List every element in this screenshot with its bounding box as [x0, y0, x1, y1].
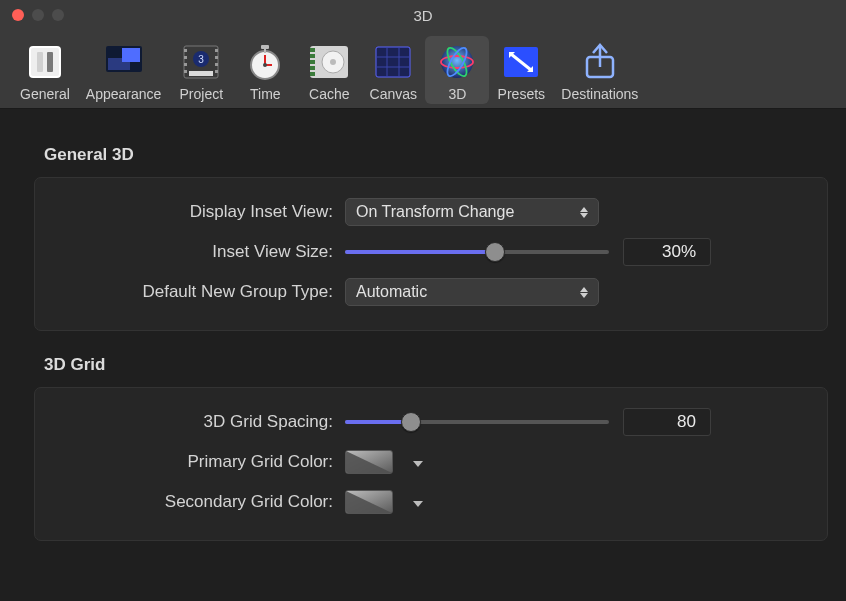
svg-rect-11 [184, 70, 187, 73]
tab-label: Presets [498, 86, 545, 102]
svg-rect-13 [215, 56, 218, 59]
svg-point-32 [330, 59, 336, 65]
time-icon [241, 40, 289, 84]
window-traffic-lights [0, 9, 64, 21]
canvas-icon [369, 40, 417, 84]
slider-inset-view-size[interactable] [345, 242, 609, 262]
chevron-down-icon[interactable] [407, 455, 423, 470]
colorwell-primary-grid-color[interactable] [345, 450, 393, 474]
label-default-new-group-type: Default New Group Type: [49, 282, 345, 302]
row-default-new-group-type: Default New Group Type: Automatic [49, 272, 801, 312]
tab-3d[interactable]: 3D [425, 36, 489, 104]
titlebar: 3D [0, 0, 846, 30]
svg-rect-29 [310, 66, 315, 70]
colorwell-secondary-grid-color[interactable] [345, 490, 393, 514]
label-inset-view-size: Inset View Size: [49, 242, 345, 262]
project-icon: 3 [177, 40, 225, 84]
tab-project[interactable]: 3 Project [169, 36, 233, 104]
svg-marker-48 [580, 207, 588, 212]
svg-rect-18 [189, 71, 213, 76]
popup-value: On Transform Change [356, 203, 514, 221]
popup-display-inset-view[interactable]: On Transform Change [345, 198, 599, 226]
tab-time[interactable]: Time [233, 36, 297, 104]
svg-rect-20 [261, 45, 269, 49]
value-inset-view-size[interactable]: 30% [623, 238, 711, 266]
svg-marker-53 [413, 501, 423, 507]
window-close-button[interactable] [12, 9, 24, 21]
svg-rect-1 [31, 48, 59, 76]
appearance-icon [100, 40, 148, 84]
panel-3d-grid: 3D Grid Spacing: 80 Primary Grid Color: … [34, 387, 828, 541]
tab-appearance[interactable]: Appearance [78, 36, 170, 104]
tab-label: 3D [448, 86, 466, 102]
row-inset-view-size: Inset View Size: 30% [49, 232, 801, 272]
row-primary-grid-color: Primary Grid Color: [49, 442, 801, 482]
svg-rect-9 [184, 56, 187, 59]
svg-rect-3 [47, 52, 53, 72]
svg-rect-6 [122, 48, 140, 62]
svg-marker-50 [580, 287, 588, 292]
label-3d-grid-spacing: 3D Grid Spacing: [49, 412, 345, 432]
svg-rect-28 [310, 60, 315, 64]
slider-3d-grid-spacing[interactable] [345, 412, 609, 432]
chevron-down-icon[interactable] [407, 495, 423, 510]
row-3d-grid-spacing: 3D Grid Spacing: 80 [49, 402, 801, 442]
popup-value: Automatic [356, 283, 427, 301]
svg-rect-33 [376, 47, 410, 77]
svg-rect-21 [264, 49, 266, 53]
svg-rect-27 [310, 54, 315, 58]
tab-canvas[interactable]: Canvas [361, 36, 425, 104]
label-primary-grid-color: Primary Grid Color: [49, 452, 345, 472]
popup-default-new-group-type[interactable]: Automatic [345, 278, 599, 306]
svg-rect-26 [310, 48, 315, 52]
3d-icon [433, 40, 481, 84]
svg-rect-30 [310, 72, 315, 76]
cache-icon [305, 40, 353, 84]
section-title-3d-grid: 3D Grid [10, 337, 836, 387]
tab-general[interactable]: General [12, 36, 78, 104]
tab-label: Time [250, 86, 281, 102]
prefs-content: General 3D Display Inset View: On Transf… [0, 109, 846, 565]
value-3d-grid-spacing[interactable]: 80 [623, 408, 711, 436]
svg-marker-51 [580, 293, 588, 298]
destinations-icon [576, 40, 624, 84]
row-display-inset-view: Display Inset View: On Transform Change [49, 192, 801, 232]
window-zoom-button[interactable] [52, 9, 64, 21]
label-display-inset-view: Display Inset View: [49, 202, 345, 222]
window-title: 3D [0, 7, 846, 24]
svg-rect-14 [215, 63, 218, 66]
label-secondary-grid-color: Secondary Grid Color: [49, 492, 345, 512]
window-minimize-button[interactable] [32, 9, 44, 21]
svg-rect-15 [215, 70, 218, 73]
section-title-general-3d: General 3D [10, 127, 836, 177]
svg-marker-52 [413, 461, 423, 467]
tab-label: Project [180, 86, 224, 102]
svg-point-24 [263, 63, 267, 67]
tab-presets[interactable]: Presets [489, 36, 553, 104]
tab-label: Cache [309, 86, 349, 102]
popup-arrows-icon [576, 199, 592, 225]
svg-marker-49 [580, 213, 588, 218]
row-secondary-grid-color: Secondary Grid Color: [49, 482, 801, 522]
tab-label: Canvas [370, 86, 417, 102]
tab-label: Destinations [561, 86, 638, 102]
prefs-toolbar: General Appearance 3 Project [0, 30, 846, 109]
tab-destinations[interactable]: Destinations [553, 36, 646, 104]
tab-cache[interactable]: Cache [297, 36, 361, 104]
tab-label: Appearance [86, 86, 162, 102]
svg-rect-2 [37, 52, 43, 72]
svg-text:3: 3 [199, 54, 205, 65]
svg-rect-10 [184, 63, 187, 66]
tab-label: General [20, 86, 70, 102]
panel-general-3d: Display Inset View: On Transform Change … [34, 177, 828, 331]
popup-arrows-icon [576, 279, 592, 305]
svg-rect-8 [184, 49, 187, 52]
presets-icon [497, 40, 545, 84]
general-icon [21, 40, 69, 84]
svg-rect-12 [215, 49, 218, 52]
